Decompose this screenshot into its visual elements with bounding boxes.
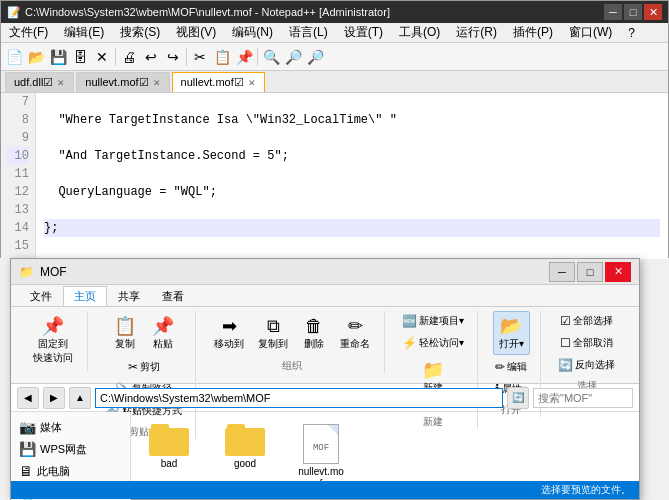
ribbon-selectall-btn[interactable]: ☑ 全部选择 [555,311,618,331]
toolbar-find[interactable]: 🔍 [260,46,282,68]
refresh-button[interactable]: 🔄 [507,387,529,409]
title-bar-controls: ─ □ ✕ [604,4,662,20]
ribbon-pin-btn[interactable]: 📌 固定到快速访问 [27,311,79,369]
sidebar-item-wps[interactable]: 💾 WPS网盘 [15,438,126,460]
notepad-title-bar: 📝 C:\Windows\System32\wbem\MOF\nullevt.m… [1,1,668,23]
tab-udf-close[interactable]: ✕ [57,78,65,88]
file-type-text: MOF [313,435,329,453]
toolbar-redo[interactable]: ↪ [162,46,184,68]
ribbon-paste-btn[interactable]: 📌 粘贴 [145,311,181,355]
open-icon: 📂 [500,315,522,337]
copy-icon: 📋 [114,315,136,337]
menu-plugins[interactable]: 插件(P) [509,23,557,42]
ribbon-tab-view[interactable]: 查看 [151,286,195,306]
toolbar-open[interactable]: 📂 [25,46,47,68]
notepad-tabs: udf.dll☑ ✕ nullevt.mof☑ ✕ nullevt.mof☑ ✕ [1,71,668,93]
toolbar-paste[interactable]: 📌 [233,46,255,68]
separator3 [257,48,258,66]
ribbon-tab-share[interactable]: 共享 [107,286,151,306]
tab-nullevt1-close[interactable]: ✕ [153,78,161,88]
explorer-maximize-button[interactable]: □ [577,262,603,282]
folder-bad-icon [149,424,189,456]
menu-edit[interactable]: 编辑(E) [60,23,108,42]
menu-search[interactable]: 搜索(S) [116,23,164,42]
tab-udf[interactable]: udf.dll☑ ✕ [5,72,74,92]
toolbar-copy[interactable]: 📋 [211,46,233,68]
invertselect-icon: 🔄 [558,358,573,372]
tab-nullevt2-close[interactable]: ✕ [248,78,256,88]
new-row1: 🆕 新建项目▾ [397,311,469,331]
explorer-close-button[interactable]: ✕ [605,262,631,282]
menu-help[interactable]: ? [624,25,639,41]
select-row3: 🔄 反向选择 [553,355,620,375]
toolbar-zoom-in[interactable]: 🔎 [282,46,304,68]
file-good-label: good [234,458,256,470]
code-line-8: "And TargetInstance.Second = 5"; [44,147,660,165]
menu-run[interactable]: 运行(R) [452,23,501,42]
explorer-folder-icon: 📁 [19,265,34,279]
ribbon-rename-btn[interactable]: ✏ 重命名 [334,311,376,355]
toolbar-cut[interactable]: ✂ [189,46,211,68]
close-button[interactable]: ✕ [644,4,662,20]
explorer-title-text: MOF [40,265,67,279]
tab-nullevt2[interactable]: nullevt.mof☑ ✕ [172,72,265,92]
ribbon-delete-btn[interactable]: 🗑 删除 [296,311,332,355]
file-item-good[interactable]: good [215,420,275,474]
ribbon-open-btn[interactable]: 📂 打开▾ [493,311,530,355]
menu-language[interactable]: 语言(L) [285,23,332,42]
menu-view[interactable]: 视图(V) [172,23,220,42]
file-item-bad[interactable]: bad [139,420,199,474]
explorer-title-controls: ─ □ ✕ [549,262,631,282]
toolbar-save[interactable]: 💾 [47,46,69,68]
toolbar-close[interactable]: ✕ [91,46,113,68]
ribbon-cut-btn[interactable]: ✂ 剪切 [123,357,165,377]
toolbar-zoom-out[interactable]: 🔎 [304,46,326,68]
ribbon-newitem-btn[interactable]: 🆕 新建项目▾ [397,311,469,331]
folder-good-body [225,428,265,456]
menu-tools[interactable]: 工具(O) [395,23,444,42]
code-line-7: "Where TargetInstance Isa \"Win32_LocalT… [44,111,660,129]
separator [115,48,116,66]
maximize-button[interactable]: □ [624,4,642,20]
explorer-minimize-button[interactable]: ─ [549,262,575,282]
selectnone-icon: ☐ [560,336,571,350]
address-input[interactable] [95,388,503,408]
folder-good-icon [225,424,265,456]
new-row2: ⚡ 轻松访问▾ [397,333,469,353]
select-row1: ☑ 全部选择 [555,311,618,331]
separator2 [186,48,187,66]
tab-nullevt1-label: nullevt.mof☑ [85,76,148,89]
menu-window[interactable]: 窗口(W) [565,23,616,42]
ribbon-copy-btn[interactable]: 📋 复制 [107,311,143,355]
minimize-button[interactable]: ─ [604,4,622,20]
forward-button[interactable]: ▶ [43,387,65,409]
menu-file[interactable]: 文件(F) [5,23,52,42]
code-content[interactable]: "Where TargetInstance Isa \"Win32_LocalT… [36,93,668,259]
media-icon: 📷 [19,419,36,435]
up-button[interactable]: ▲ [69,387,91,409]
toolbar-new[interactable]: 📄 [3,46,25,68]
sidebar-item-media[interactable]: 📷 媒体 [15,416,126,438]
toolbar-print[interactable]: 🖨 [118,46,140,68]
sidebar-item-thispc[interactable]: 🖥 此电脑 [15,460,126,482]
tab-nullevt1[interactable]: nullevt.mof☑ ✕ [76,72,169,92]
file-bad-label: bad [161,458,178,470]
ribbon-moveto-btn[interactable]: ➡ 移动到 [208,311,250,355]
status-text: 选择要预览的文件。 [541,483,631,497]
menu-encoding[interactable]: 编码(N) [228,23,277,42]
ribbon-tab-file[interactable]: 文件 [19,286,63,306]
notepad-app-icon: 📝 [7,6,21,19]
toolbar-save-all[interactable]: 🗄 [69,46,91,68]
ribbon-copyto-btn[interactable]: ⧉ 复制到 [252,311,294,355]
ribbon-easyaccess-btn[interactable]: ⚡ 轻松访问▾ [397,333,469,353]
paste-icon: 📌 [152,315,174,337]
ribbon-content: 📌 固定到快速访问 📋 复制 📌 粘贴 [11,307,639,383]
ribbon-selectnone-btn[interactable]: ☐ 全部取消 [555,333,618,353]
back-button[interactable]: ◀ [17,387,39,409]
ribbon-tab-home[interactable]: 主页 [63,286,107,306]
ribbon-edit-btn[interactable]: ✏ 编辑 [490,357,532,377]
toolbar-undo[interactable]: ↩ [140,46,162,68]
menu-settings[interactable]: 设置(T) [340,23,387,42]
ribbon-invertselect-btn[interactable]: 🔄 反向选择 [553,355,620,375]
search-input[interactable] [533,388,633,408]
